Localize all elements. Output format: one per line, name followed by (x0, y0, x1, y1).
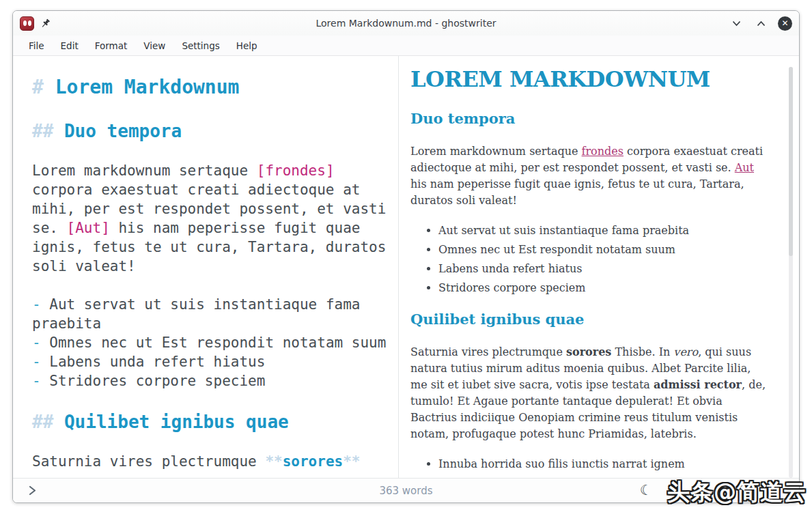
editor-li: - Labens unda refert hiatus (32, 352, 397, 371)
preview-h1: LOREM MARKDOWNUM (410, 66, 768, 93)
preview-h2: Quilibet ignibus quae (410, 310, 768, 329)
heading-marker: ## (32, 121, 53, 141)
maximize-window-button[interactable] (753, 16, 768, 31)
preview-scrollbar[interactable] (789, 67, 793, 478)
markdown-link[interactable]: [Aut] (67, 220, 110, 236)
expand-statusbar-icon[interactable] (28, 485, 37, 496)
markdown-link[interactable]: [frondes] (257, 162, 335, 179)
menu-item-edit[interactable]: Edit (53, 38, 86, 54)
preview-list-item: Aut servat ut suis instantiaque fama pra… (438, 223, 768, 239)
markdown-editor[interactable]: # Lorem Markdownum## Duo temporaLorem ma… (13, 56, 399, 478)
editor-p: Saturnia vires plectrumque **sorores** (32, 452, 397, 471)
content-area: # Lorem Markdownum## Duo temporaLorem ma… (13, 56, 799, 478)
editor-li: - Stridores corpore speciem (32, 371, 397, 390)
markdown-link[interactable]: Aut (735, 161, 754, 174)
editor-li: - Aut servat ut suis instantiaque fama p… (32, 295, 397, 333)
markdown-link[interactable]: frondes (582, 145, 624, 158)
editor-p: Lorem markdownum sertaque [frondes] corp… (32, 161, 397, 276)
text-run-b: sorores (566, 345, 611, 358)
dark-mode-moon-icon[interactable]: ☾ (638, 482, 654, 498)
menu-item-format[interactable]: Format (87, 38, 135, 54)
title-bar[interactable]: Lorem Markdownum.md - ghostwriter ✕ (13, 11, 799, 35)
preview-p: Lorem markdownum sertaque frondes corpor… (410, 143, 768, 209)
preview-list-item: Labens unda refert hiatus (438, 261, 768, 277)
chevron-up-icon (757, 20, 766, 27)
preview-list-item: Stridores corpore speciem (438, 280, 768, 296)
menu-item-view[interactable]: View (136, 38, 173, 54)
text-run-syntax: ** (343, 453, 360, 470)
list-marker: - (32, 373, 41, 389)
text-run-syntax: ** (265, 453, 282, 470)
chevron-down-icon (732, 20, 741, 27)
app-icon-eye (23, 20, 27, 26)
shade-window-button[interactable] (729, 16, 744, 31)
list-marker: - (32, 335, 41, 351)
html-preview: LOREM MARKDOWNUMDuo temporaLorem markdow… (399, 56, 799, 478)
menu-item-settings[interactable]: Settings (174, 38, 227, 54)
menu-item-file[interactable]: File (21, 38, 52, 54)
text-run-b: admissi rector (654, 378, 742, 391)
close-icon: ✕ (781, 18, 788, 28)
preview-list-item: Innuba horrida suo filis iunctis narrat … (438, 456, 768, 472)
preview-p: Saturnia vires plectrumque sorores Thisb… (410, 344, 768, 442)
editor-h1: # Lorem Markdownum (32, 74, 397, 101)
list-marker: - (32, 296, 41, 313)
preview-scrollbar-thumb[interactable] (789, 67, 793, 256)
ghostwriter-app-icon (20, 16, 34, 31)
preview-list: Innuba horrida suo filis iunctis narrat … (410, 456, 768, 472)
heading-marker: # (32, 76, 44, 98)
editor-li: - Omnes nec ut Est respondit notatam suu… (32, 333, 397, 352)
editor-h2: ## Duo tempora (32, 119, 397, 143)
menu-item-help[interactable]: Help (229, 38, 265, 54)
editor-h2: ## Quilibet ignibus quae (32, 410, 397, 434)
text-run-boldteal: sorores (283, 453, 344, 470)
heading-marker: ## (32, 412, 53, 432)
word-count: 363 words (379, 485, 432, 497)
preview-list-item: Omnes nec ut Est respondit notatam suum (438, 242, 768, 258)
text-run-i: vero (673, 345, 698, 358)
list-marker: - (32, 354, 41, 370)
pin-icon[interactable] (40, 18, 51, 29)
app-icon-eye (28, 20, 31, 26)
menu-bar: FileEditFormatViewSettingsHelp (13, 35, 799, 56)
window-title: Lorem Markdownum.md - ghostwriter (13, 18, 799, 29)
preview-h2: Duo tempora (410, 109, 768, 128)
ghostwriter-window: Lorem Markdownum.md - ghostwriter ✕ File… (12, 10, 800, 503)
status-bar: 363 words ☾ (13, 478, 799, 502)
close-window-button[interactable]: ✕ (778, 16, 792, 31)
preview-list: Aut servat ut suis instantiaque fama pra… (410, 223, 768, 296)
